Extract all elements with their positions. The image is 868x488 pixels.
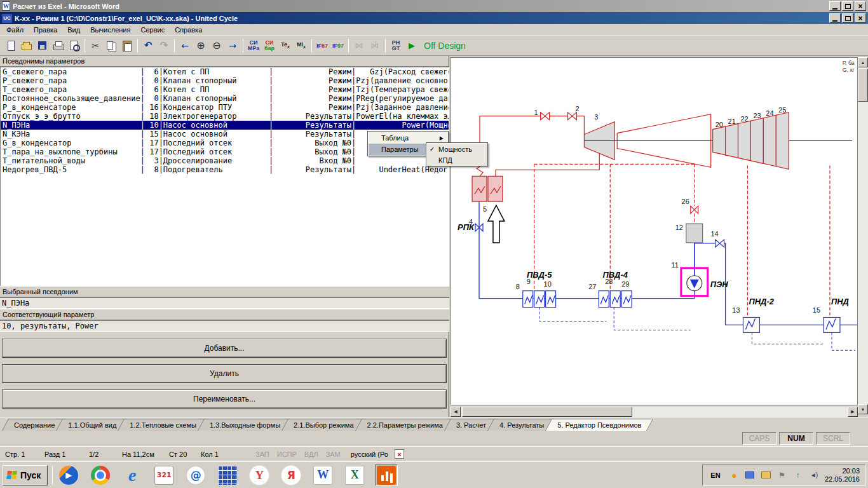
alias-row[interactable]: Недогрев_ПВД-5 | 8|Подогреватель | Резул… bbox=[1, 165, 449, 174]
menu-item[interactable]: Сервис bbox=[135, 25, 170, 35]
if67-button[interactable]: IF67 bbox=[315, 38, 330, 53]
restore-button[interactable] bbox=[842, 1, 853, 11]
valve-open-button[interactable] bbox=[351, 38, 367, 53]
tab-1[interactable]: Содержание bbox=[5, 419, 64, 431]
vertical-scroll-thumb[interactable] bbox=[858, 69, 868, 102]
ph-gt-button[interactable]: PHGT bbox=[388, 38, 403, 53]
print-button[interactable] bbox=[51, 38, 66, 53]
new-document-button[interactable] bbox=[3, 38, 18, 53]
horizontal-scroll-track[interactable] bbox=[461, 407, 848, 417]
word-shortcut[interactable] bbox=[311, 464, 334, 486]
clock[interactable]: 20:03 22.05.2016 bbox=[825, 467, 860, 484]
scroll-left-arrow[interactable]: ◀ bbox=[451, 407, 461, 417]
scheme-canvas[interactable]: Р, ба G, кг bbox=[451, 57, 858, 405]
extraction-valve[interactable] bbox=[691, 206, 698, 214]
control-valve[interactable] bbox=[567, 112, 576, 120]
minimize-button[interactable] bbox=[829, 1, 841, 11]
tab-9[interactable]: 5. Редактор Псевдонимов bbox=[548, 419, 650, 431]
lp-sections[interactable] bbox=[713, 112, 789, 170]
spreadsheet-shortcut[interactable] bbox=[216, 464, 239, 486]
scroll-up-arrow[interactable]: ▲ bbox=[858, 57, 868, 67]
hp-heater-5[interactable] bbox=[523, 291, 556, 308]
yandex-shortcut[interactable] bbox=[248, 464, 271, 486]
language-indicator[interactable]: EN bbox=[708, 470, 723, 481]
valve-closed-button[interactable] bbox=[367, 38, 383, 53]
horizontal-scrollbar[interactable]: ◀ ▶ bbox=[451, 407, 858, 417]
menu-item[interactable]: Файл bbox=[1, 25, 29, 35]
excel-shortcut[interactable] bbox=[343, 464, 366, 486]
app-close-button[interactable]: × bbox=[855, 13, 866, 23]
units-si-bar-button[interactable]: СИбар bbox=[262, 38, 277, 53]
alias-row[interactable]: Отпуск_э_э_брутто | 18|Электрогенератор … bbox=[1, 112, 449, 121]
print-preview-button[interactable] bbox=[67, 38, 82, 53]
tex-button[interactable]: Tex bbox=[278, 38, 293, 53]
alias-row[interactable]: P_в_конденсаторе | 16|Конденсатор ПТУ | … bbox=[1, 103, 449, 112]
rename-button[interactable]: Переименовать... bbox=[2, 390, 447, 409]
redo-button[interactable] bbox=[156, 38, 172, 53]
nav-left-button[interactable] bbox=[177, 38, 193, 53]
app-minimize-button[interactable] bbox=[829, 13, 841, 23]
save-button[interactable] bbox=[35, 38, 50, 53]
flag-icon[interactable] bbox=[776, 470, 787, 480]
copy-button[interactable] bbox=[104, 38, 119, 53]
alias-row[interactable]: Постоянное_скользящее_давление| 0|Клапан… bbox=[1, 94, 449, 103]
menu-item[interactable]: Справка bbox=[170, 25, 207, 35]
delete-button[interactable]: Удалить bbox=[2, 364, 447, 383]
pump-drive-turbine[interactable] bbox=[686, 224, 703, 243]
if97-button[interactable]: IF97 bbox=[330, 38, 346, 53]
calculator-shortcut[interactable] bbox=[153, 464, 175, 486]
add-button[interactable]: Добавить... bbox=[2, 339, 447, 358]
chrome-shortcut[interactable] bbox=[89, 464, 112, 486]
scroll-down-arrow[interactable]: ▼ bbox=[858, 404, 868, 414]
vertical-scrollbar[interactable]: ▲ ▼ bbox=[858, 57, 868, 414]
horizontal-scroll-thumb[interactable] bbox=[462, 407, 632, 417]
alias-row[interactable]: T_свежего_пара | 6|Котел с ПП | Режим|Tz… bbox=[1, 85, 449, 94]
zoom-out-button[interactable] bbox=[209, 38, 224, 53]
start-button[interactable]: Пуск bbox=[3, 465, 48, 485]
agent-icon[interactable] bbox=[729, 470, 740, 480]
menu-item[interactable]: Правка bbox=[29, 25, 62, 35]
menu-item[interactable]: Вычисления bbox=[85, 25, 135, 35]
matching-parameter-field[interactable]: 10, результаты, Power bbox=[0, 320, 449, 332]
run-button[interactable] bbox=[404, 38, 419, 53]
context-submenu-item[interactable]: ✓Мощность bbox=[427, 144, 487, 154]
ie-shortcut[interactable] bbox=[121, 464, 144, 486]
yandex-browser-shortcut[interactable] bbox=[280, 464, 302, 486]
paste-button[interactable] bbox=[119, 38, 135, 53]
menu-item[interactable]: Вид bbox=[62, 25, 85, 35]
mail-shortcut[interactable] bbox=[184, 464, 207, 486]
media-player-shortcut[interactable] bbox=[57, 464, 80, 486]
close-button[interactable]: × bbox=[855, 1, 866, 11]
tab-6[interactable]: 2.2.Параметры режима bbox=[358, 419, 452, 431]
boiler[interactable] bbox=[472, 176, 503, 201]
volume-icon[interactable] bbox=[808, 470, 819, 480]
alias-row[interactable]: G_свежего_пара | 6|Котел с ПП | Режим| G… bbox=[1, 67, 449, 76]
context-submenu-item[interactable]: КПД bbox=[427, 154, 487, 165]
nav-right-button[interactable] bbox=[225, 38, 240, 53]
hp-heater-4[interactable] bbox=[599, 291, 632, 308]
scroll-right-arrow[interactable]: ▶ bbox=[848, 407, 858, 417]
report-shortcut[interactable] bbox=[375, 464, 398, 486]
open-button[interactable] bbox=[19, 38, 34, 53]
folder-icon[interactable] bbox=[761, 470, 771, 480]
cut-button[interactable] bbox=[88, 38, 103, 53]
lp-heater-1[interactable] bbox=[824, 318, 840, 333]
display-icon[interactable] bbox=[745, 470, 756, 480]
selected-alias-field[interactable]: N_ПЭНа bbox=[0, 297, 449, 309]
tab-3[interactable]: 1.2.Тепловые схемы bbox=[121, 419, 205, 431]
app-restore-button[interactable] bbox=[842, 13, 853, 23]
feedwater-valve[interactable] bbox=[715, 240, 724, 247]
lp-heater-2[interactable] bbox=[743, 318, 759, 333]
tab-8[interactable]: 4. Результаты bbox=[491, 419, 553, 431]
tab-2[interactable]: 1.1.Общий вид bbox=[59, 419, 125, 431]
mix-button[interactable]: Mix bbox=[294, 38, 309, 53]
undo-button[interactable] bbox=[140, 38, 156, 53]
alias-row[interactable]: P_свежего_пара | 0|Клапан стопорный | Ре… bbox=[1, 76, 449, 85]
stop-valve[interactable] bbox=[541, 112, 550, 120]
zoom-in-button[interactable] bbox=[193, 38, 208, 53]
units-si-mpa-button[interactable]: СИМРа bbox=[246, 38, 261, 53]
tab-4[interactable]: 1.3.Выходные формы bbox=[201, 419, 289, 431]
update-icon[interactable] bbox=[792, 470, 803, 480]
vertical-scroll-track[interactable] bbox=[858, 67, 868, 404]
alias-row[interactable]: N_ПЭНа | 10|Насос основной | Результаты|… bbox=[1, 121, 449, 130]
